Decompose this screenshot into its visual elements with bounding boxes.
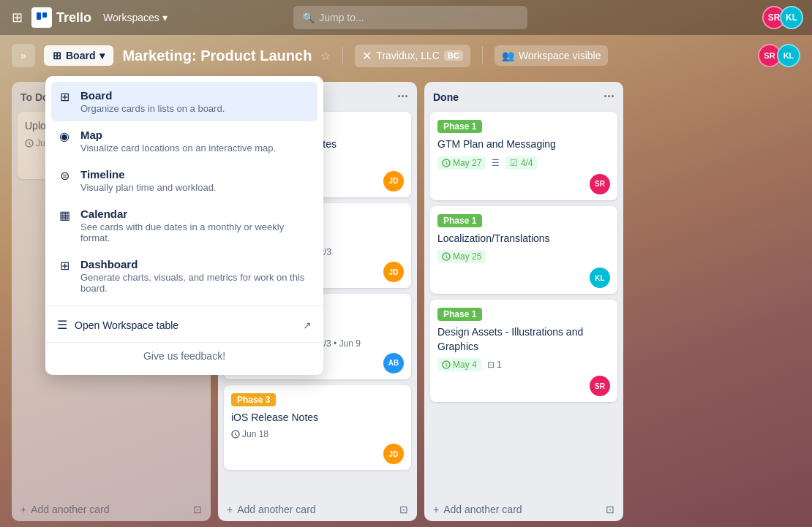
dashboard-icon: ⊞ <box>57 259 72 273</box>
add-card-button[interactable]: + Add another card ⊡ <box>218 498 417 521</box>
column-menu-icon[interactable]: ··· <box>604 89 614 105</box>
card-meta: May 4 ⊡ 1 <box>437 358 610 371</box>
map-icon: ◉ <box>57 129 72 143</box>
card-avatar: JD <box>383 262 404 282</box>
card-avatar: SR <box>590 174 610 194</box>
external-link-icon: ↗ <box>303 319 312 331</box>
search-bar[interactable]: 🔍 Jump to... <box>293 6 527 29</box>
calendar-icon: ▦ <box>57 208 72 222</box>
add-icon: + <box>433 504 439 515</box>
apps-grid-icon[interactable]: ⊞ <box>9 7 26 29</box>
board-right: SR KL <box>758 44 800 67</box>
phase-tag: Phase 3 <box>231 393 276 406</box>
description-icon: ☰ <box>492 158 500 168</box>
checklist-complete: ☑ 4/4 <box>505 156 537 170</box>
dropdown-item-title: Map <box>80 129 276 141</box>
due-date: Jun 18 <box>231 429 268 439</box>
view-dropdown: ⊞ Board Organize cards in lists on a boa… <box>45 76 323 375</box>
card-meta: May 25 <box>437 250 610 263</box>
workspace-table-row[interactable]: ☰ Open Workspace table ↗ <box>45 311 323 339</box>
card[interactable]: Phase 1 GTM Plan and Messaging May 27 ☰ … <box>430 112 617 200</box>
workspace-tag[interactable]: ✕ Travidux, LLC BC <box>355 45 470 67</box>
divider <box>45 306 323 306</box>
trello-logo[interactable]: Trello <box>31 7 91 28</box>
card-avatar: JD <box>383 171 404 192</box>
card-title: Design Assets - Illustrations and Graphi… <box>437 325 610 354</box>
workspaces-menu[interactable]: Workspaces ▾ <box>97 9 173 26</box>
avatar-group: SR KL <box>762 6 803 29</box>
board-title: Marketing: Product Launch <box>122 48 312 64</box>
dropdown-item-desc: Visually plan time and workload. <box>80 182 216 193</box>
card-avatar: SR <box>590 376 610 396</box>
attachment-count: ⊡ 1 <box>487 360 502 370</box>
add-card-button[interactable]: + Add another card ⊡ <box>12 498 211 521</box>
card-footer: SR <box>437 376 610 396</box>
card-template-icon: ⊡ <box>606 504 614 515</box>
card-avatar: KL <box>590 268 610 288</box>
dropdown-item-desc: Visualize card locations on an interacti… <box>80 143 276 153</box>
column-title: Done <box>433 91 459 103</box>
card-template-icon: ⊡ <box>193 504 202 515</box>
card-footer: JD <box>231 444 404 464</box>
dropdown-item-board[interactable]: ⊞ Board Organize cards in lists on a boa… <box>51 82 317 121</box>
timeline-icon: ⊜ <box>57 169 72 183</box>
search-icon: 🔍 <box>302 12 315 23</box>
dropdown-item-title: Board <box>80 89 225 102</box>
view-selector-button[interactable]: ⊞ Board ▾ <box>44 45 113 66</box>
chevron-down-icon: ▾ <box>99 50 105 61</box>
card-title: iOS Release Notes <box>231 411 404 425</box>
dropdown-item-dashboard[interactable]: ⊞ Dashboard Generate charts, visuals, an… <box>45 251 323 301</box>
avatar: KL <box>780 6 803 29</box>
dropdown-item-title: Calendar <box>80 208 312 220</box>
dropdown-item-desc: Organize cards in lists on a board. <box>80 103 225 114</box>
visibility-icon: 👥 <box>502 50 514 61</box>
board-header: » ⊞ Board ▾ Marketing: Product Launch ☆ … <box>0 35 812 76</box>
card-footer: SR <box>437 174 610 194</box>
add-card-button[interactable]: + Add another card ⊡ <box>424 498 623 521</box>
member-avatars: SR KL <box>758 44 800 67</box>
card[interactable]: Phase 1 Localization/Translations May 25… <box>430 206 617 295</box>
dropdown-item-map[interactable]: ◉ Map Visualize card locations on an int… <box>45 121 323 161</box>
visibility-button[interactable]: 👥 Workspace visible <box>495 45 609 66</box>
add-icon: + <box>227 504 233 515</box>
column-header: Done ··· <box>424 82 623 109</box>
column-title: To Do <box>20 91 49 103</box>
due-date-complete: May 25 <box>437 250 486 263</box>
column-cards: Phase 1 GTM Plan and Messaging May 27 ☰ … <box>424 109 623 498</box>
card-avatar: AB <box>383 353 404 374</box>
board-view-icon: ⊞ <box>53 50 61 61</box>
star-icon[interactable]: ☆ <box>320 49 331 63</box>
divider <box>482 47 483 64</box>
feedback-link[interactable]: Give us feedback! <box>45 342 323 369</box>
dropdown-item-desc: See cards with due dates in a monthly or… <box>80 221 312 243</box>
phase-tag: Phase 1 <box>437 214 482 227</box>
dropdown-item-calendar[interactable]: ▦ Calendar See cards with due dates in a… <box>45 200 323 251</box>
column-menu-icon[interactable]: ··· <box>397 89 408 105</box>
chevron-down-icon: ▾ <box>162 12 168 23</box>
workspace-icon: ✕ <box>362 49 372 63</box>
card[interactable]: Phase 1 Design Assets - Illustrations an… <box>430 300 617 402</box>
sidebar-toggle[interactable]: » <box>12 44 35 67</box>
board-view-icon: ⊞ <box>57 90 72 104</box>
card-title: GTM Plan and Messaging <box>437 137 610 152</box>
card-avatar: JD <box>383 444 404 464</box>
due-date-complete: May 27 <box>437 156 486 170</box>
card-title: Localization/Translations <box>437 232 610 246</box>
svg-rect-0 <box>37 12 41 20</box>
divider <box>342 47 343 64</box>
card[interactable]: Phase 3 iOS Release Notes Jun 18 JD <box>224 385 411 471</box>
phase-tag: Phase 1 <box>437 308 482 321</box>
card-footer: KL <box>437 268 610 288</box>
dropdown-item-desc: Generate charts, visuals, and metrics fo… <box>80 272 312 294</box>
workspace-badge: BC <box>444 50 463 61</box>
dropdown-item-title: Dashboard <box>80 258 312 270</box>
member-avatar[interactable]: KL <box>777 44 800 67</box>
card-meta: May 27 ☰ ☑ 4/4 <box>437 156 610 170</box>
dropdown-item-timeline[interactable]: ⊜ Timeline Visually plan time and worklo… <box>45 161 323 200</box>
card-meta: Jun 18 <box>231 429 404 439</box>
card-template-icon: ⊡ <box>399 504 408 515</box>
column-done: Done ··· Phase 1 GTM Plan and Messaging … <box>424 82 623 521</box>
phase-tag: Phase 1 <box>437 120 482 133</box>
table-icon: ☰ <box>57 318 67 332</box>
svg-rect-1 <box>42 12 47 18</box>
